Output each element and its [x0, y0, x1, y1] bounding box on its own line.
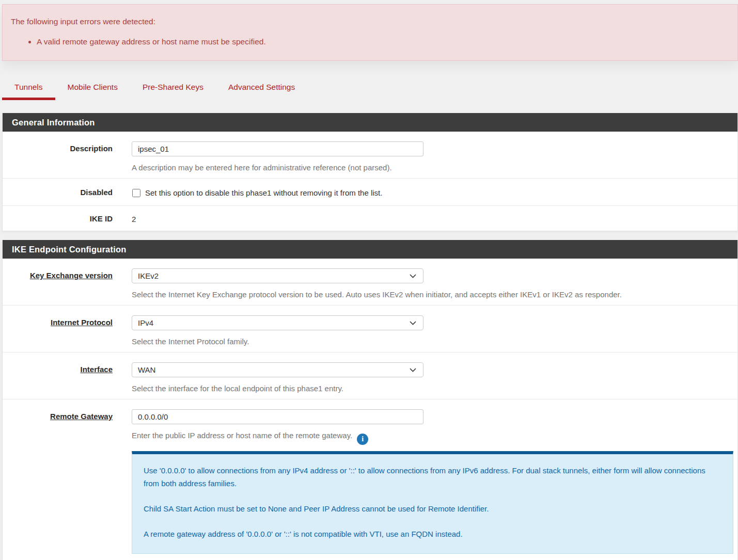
internet-protocol-select[interactable]: IPv4	[132, 315, 423, 330]
ike-id-label: IKE ID	[3, 214, 113, 223]
page: The following input errors were detected…	[0, 4, 738, 560]
disabled-checkbox-label[interactable]: Set this option to disable this phase1 w…	[132, 187, 737, 197]
chevron-down-icon	[410, 321, 416, 325]
form-row-key-exchange-version: Key Exchange version IKEv2 Select the In…	[3, 259, 737, 306]
panel-general-information: General Information Description A descri…	[2, 113, 738, 231]
error-alert: The following input errors were detected…	[2, 4, 738, 61]
error-alert-title: The following input errors were detected…	[11, 17, 727, 26]
interface-help: Select the interface for the local endpo…	[132, 384, 737, 393]
info-icon[interactable]: i	[357, 434, 368, 445]
chevron-down-icon	[410, 274, 416, 278]
remote-gateway-help: Enter the public IP address or host name…	[132, 431, 737, 445]
internet-protocol-help: Select the Internet Protocol family.	[132, 337, 737, 346]
section-header-ike-endpoint-configuration: IKE Endpoint Configuration	[3, 240, 737, 259]
form-row-remote-gateway: Remote Gateway Enter the public IP addre…	[3, 399, 737, 560]
tab-mobile-clients[interactable]: Mobile Clients	[55, 76, 130, 100]
disabled-checkbox[interactable]	[132, 189, 140, 197]
chevron-down-icon	[410, 368, 416, 372]
description-label: Description	[3, 141, 113, 172]
form-row-internet-protocol: Internet Protocol IPv4 Select the Intern…	[3, 306, 737, 353]
tab-pre-shared-keys[interactable]: Pre-Shared Keys	[130, 76, 216, 100]
tab-tunnels[interactable]: Tunnels	[2, 76, 55, 100]
key-exchange-version-select[interactable]: IKEv2	[132, 268, 423, 283]
panel-ike-endpoint-configuration: IKE Endpoint Configuration Key Exchange …	[2, 240, 738, 560]
internet-protocol-label: Internet Protocol	[3, 315, 113, 346]
interface-label: Interface	[3, 362, 113, 393]
error-alert-item: A valid remote gateway address or host n…	[37, 37, 727, 46]
description-help: A description may be entered here for ad…	[132, 163, 737, 172]
key-exchange-version-help: Select the Internet Key Exchange protoco…	[132, 290, 737, 299]
section-header-general-information: General Information	[3, 113, 737, 132]
form-row-ike-id: IKE ID 2	[3, 206, 737, 231]
form-row-description: Description A description may be entered…	[3, 132, 737, 179]
form-row-interface: Interface WAN Select the interface for t…	[3, 353, 737, 399]
tab-advanced-settings[interactable]: Advanced Settings	[216, 76, 307, 100]
disabled-label: Disabled	[3, 187, 113, 197]
ike-id-value: 2	[132, 214, 737, 223]
remote-gateway-infoblock: Use '0.0.0.0' to allow connections from …	[132, 451, 733, 554]
remote-gateway-label: Remote Gateway	[3, 409, 113, 554]
remote-gateway-input[interactable]	[132, 409, 423, 424]
error-alert-list: A valid remote gateway address or host n…	[11, 37, 727, 46]
form-row-disabled: Disabled Set this option to disable this…	[3, 179, 737, 206]
tab-bar: Tunnels Mobile Clients Pre-Shared Keys A…	[2, 76, 738, 100]
infoblock-paragraph: Use '0.0.0.0' to allow connections from …	[144, 464, 721, 490]
key-exchange-version-label: Key Exchange version	[3, 268, 113, 299]
interface-select[interactable]: WAN	[132, 362, 423, 377]
infoblock-paragraph: A remote gateway address of '0.0.0.0' or…	[144, 527, 721, 540]
infoblock-paragraph: Child SA Start Action must be set to Non…	[144, 502, 721, 515]
description-input[interactable]	[132, 141, 423, 156]
